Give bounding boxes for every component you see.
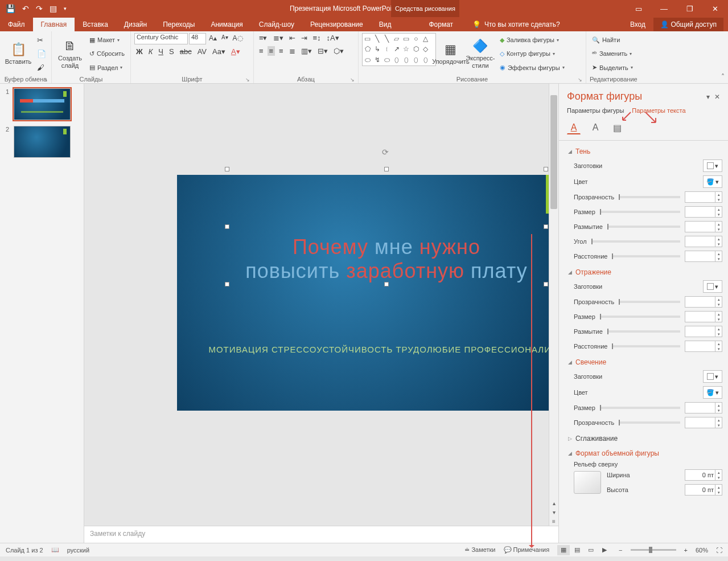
rotate-handle-icon[interactable]: ⟳	[382, 148, 389, 157]
change-case-icon[interactable]: Aa▾	[211, 47, 227, 56]
size-slider[interactable]	[600, 211, 680, 213]
notes-pane[interactable]: Заметки к слайду	[84, 526, 558, 543]
align-center-icon[interactable]: ≡	[268, 46, 275, 56]
bold-icon[interactable]: Ж	[134, 47, 145, 56]
quick-styles-button[interactable]: 🔷 Экспресс-стили	[466, 33, 495, 75]
font-dialog-icon[interactable]: ↘	[245, 77, 250, 83]
section-shadow[interactable]: ◢Тень	[564, 145, 728, 158]
section-soft-edges[interactable]: ▷Сглаживание	[564, 432, 728, 445]
notes-toggle[interactable]: ≐ Заметки	[464, 546, 495, 554]
scroll-up-icon[interactable]: ▴	[549, 498, 558, 507]
zoom-slider[interactable]	[631, 549, 676, 551]
dec-indent-icon[interactable]: ⇤	[287, 33, 297, 43]
distance-spin[interactable]: ▴▾	[685, 251, 722, 262]
tab-view[interactable]: Вид	[371, 18, 400, 31]
share-button[interactable]: 👤 Общий доступ	[653, 18, 723, 31]
tab-format[interactable]: Формат	[421, 18, 461, 31]
minimize-icon[interactable]: —	[651, 0, 677, 17]
blur-spin[interactable]: ▴▾	[685, 221, 722, 232]
angle-slider[interactable]	[591, 240, 680, 243]
char-spacing-icon[interactable]: AV	[196, 47, 208, 56]
shape-effects-button[interactable]: ◉Эффекты фигуры▾	[497, 63, 567, 72]
close-icon[interactable]: ✕	[702, 0, 728, 17]
thumbnail-1[interactable]: 1	[6, 88, 78, 120]
tab-file[interactable]: Файл	[0, 18, 33, 31]
tab-slideshow[interactable]: Слайд-шоу	[251, 18, 302, 31]
section-button[interactable]: ▤Раздел▾	[87, 63, 127, 72]
new-slide-button[interactable]: 🗎 Создать слайд	[55, 33, 85, 75]
slide-counter[interactable]: Слайд 1 из 2	[6, 547, 43, 554]
inc-indent-icon[interactable]: ⇥	[299, 33, 309, 43]
resize-handle[interactable]	[544, 167, 548, 171]
bullets-icon[interactable]: ≡▾	[257, 33, 269, 43]
tab-shape-options[interactable]: Параметры фигуры	[567, 107, 624, 114]
section-reflection[interactable]: ◢Отражение	[564, 266, 728, 279]
paragraph-dialog-icon[interactable]: ↘	[350, 77, 355, 83]
glow-size-slider[interactable]	[600, 407, 680, 409]
font-size-combo[interactable]: 48	[189, 33, 206, 44]
refl-transparency-slider[interactable]	[619, 301, 680, 303]
collapse-ribbon-icon[interactable]: ˄	[721, 73, 725, 81]
find-button[interactable]: 🔍Найти	[590, 35, 637, 45]
section-glow[interactable]: ◢Свечение	[564, 356, 728, 368]
numbering-icon[interactable]: ≣▾	[272, 33, 285, 43]
refl-transparency-spin[interactable]: ▴▾	[685, 296, 722, 308]
pane-options[interactable]: ▾✕	[706, 93, 720, 101]
tab-insert[interactable]: Вставка	[75, 18, 116, 31]
bevel-height-spin[interactable]: 0 пт▴▾	[685, 484, 722, 496]
justify-icon[interactable]: ≣	[287, 46, 297, 56]
paste-button[interactable]: 📋 Вставить	[3, 33, 33, 75]
distance-slider[interactable]	[612, 255, 680, 257]
maximize-icon[interactable]: ❐	[677, 0, 702, 17]
tab-review[interactable]: Рецензирование	[302, 18, 371, 31]
refl-blur-slider[interactable]	[607, 330, 680, 333]
signin-link[interactable]: Вход	[626, 18, 650, 31]
section-3d-format[interactable]: ◢Формат объемной фигуры	[564, 447, 728, 460]
resize-handle[interactable]	[225, 282, 229, 286]
text-fill-tab-icon[interactable]: A	[567, 121, 581, 134]
smartart-icon[interactable]: ⬡▾	[332, 46, 346, 56]
scroll-down-icon[interactable]: ▾	[549, 507, 558, 517]
zoom-out-icon[interactable]: −	[619, 547, 622, 554]
resize-handle[interactable]	[544, 224, 548, 229]
shapes-gallery[interactable]: ▭╲╲▱▭○△ ⬠↳﹛↗☆⬡◇ ⬭↯⬭⬯⬯⬯⬯	[362, 33, 436, 66]
resize-handle[interactable]	[225, 224, 229, 229]
select-button[interactable]: ➤Выделить▾	[590, 63, 637, 72]
textbox-tab-icon[interactable]: ▤	[610, 121, 624, 134]
clipboard-dialog-icon[interactable]: ↘	[43, 77, 48, 83]
align-right-icon[interactable]: ≡	[277, 46, 285, 56]
align-text-icon[interactable]: ⊟▾	[316, 46, 330, 56]
align-left-icon[interactable]: ≡	[257, 46, 265, 56]
shadow-color-button[interactable]: 🪣▾	[703, 175, 722, 188]
angle-spin[interactable]: ▴▾	[685, 236, 722, 247]
tab-text-options[interactable]: Параметры текста	[632, 107, 685, 114]
glow-transparency-slider[interactable]	[619, 421, 680, 424]
grow-font-icon[interactable]: A▴	[207, 33, 219, 44]
tab-home[interactable]: Главная	[33, 18, 75, 31]
resize-handle[interactable]	[384, 167, 389, 171]
vertical-scrollbar[interactable]: ▴ ▾ ≡	[549, 84, 558, 526]
sorter-view-icon[interactable]: ▤	[571, 545, 583, 555]
slideshow-view-icon[interactable]: ▶	[598, 545, 611, 555]
size-spin[interactable]: ▴▾	[685, 206, 722, 218]
tab-animation[interactable]: Анимация	[203, 18, 250, 31]
shape-fill-button[interactable]: ◆Заливка фигуры▾	[497, 35, 567, 45]
bevel-width-spin[interactable]: 0 пт▴▾	[685, 469, 722, 481]
comments-toggle[interactable]: 💬 Примечания	[504, 546, 550, 554]
columns-icon[interactable]: ▥▾	[299, 46, 314, 56]
copy-icon[interactable]: 📄	[35, 49, 48, 59]
tab-transitions[interactable]: Переходы	[155, 18, 203, 31]
tab-design[interactable]: Дизайн	[116, 18, 155, 31]
normal-view-icon[interactable]: ▦	[557, 545, 570, 555]
text-direction-icon[interactable]: ↕A▾	[325, 33, 341, 43]
transparency-slider[interactable]	[619, 196, 680, 198]
layout-button[interactable]: ▦Макет▾	[87, 35, 127, 45]
font-color-icon[interactable]: A▾	[229, 47, 242, 56]
resize-handle[interactable]	[225, 167, 229, 171]
refl-size-slider[interactable]	[600, 316, 680, 318]
shadow-icon[interactable]: S	[167, 47, 176, 56]
glow-presets-button[interactable]: ▾	[703, 370, 722, 383]
shape-outline-button[interactable]: ◇Контур фигуры▾	[497, 49, 567, 59]
line-spacing-icon[interactable]: ≡↕	[311, 33, 323, 43]
resize-handle[interactable]	[544, 282, 548, 286]
